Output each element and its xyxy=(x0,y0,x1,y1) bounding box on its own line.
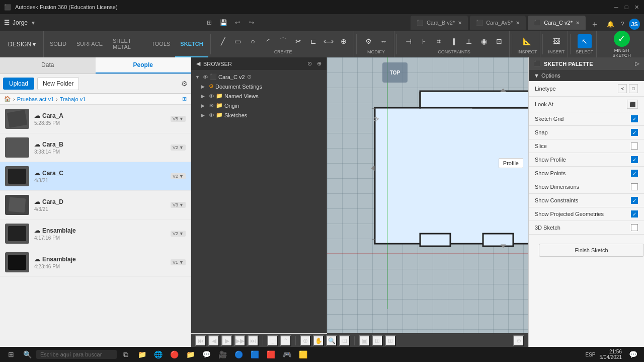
file-item-cara-a[interactable]: ☁ Cara_A 5:28:35 PM V5 ▼ xyxy=(0,105,191,133)
constraint-btn-7[interactable]: ⊡ xyxy=(492,34,506,48)
slice-checkbox[interactable] xyxy=(631,142,638,150)
tab-close-cara-b[interactable]: ✕ xyxy=(458,20,462,26)
tab-cara-av5[interactable]: ⬛ Cara_Av5* ✕ xyxy=(470,16,526,30)
upload-button[interactable]: Upload xyxy=(3,78,34,90)
taskbar-app-9[interactable]: 🟥 xyxy=(264,347,278,361)
user-name[interactable]: Jorge xyxy=(13,19,28,26)
minimize-button[interactable]: ─ xyxy=(613,4,620,11)
file-version-cara-c[interactable]: V2 ▼ xyxy=(171,173,186,179)
tab-close-cara-c[interactable]: ✕ xyxy=(576,20,580,26)
trim-tool-button[interactable]: ✂ xyxy=(291,34,305,48)
taskbar-app-8[interactable]: 🟦 xyxy=(248,347,262,361)
sketch-tab-active[interactable]: SKETCH xyxy=(175,31,208,57)
maximize-button[interactable]: □ xyxy=(623,4,630,11)
display-btn-1[interactable]: ▣ xyxy=(359,335,370,346)
finish-sketch-palette-button[interactable]: Finish Sketch xyxy=(539,244,644,257)
browser-pin-icon[interactable]: ⊕ xyxy=(317,60,321,67)
constraint-btn-4[interactable]: ∥ xyxy=(447,34,461,48)
create-more-button[interactable]: ⊕ xyxy=(337,34,351,48)
select-mode-button[interactable]: ⬚ xyxy=(267,335,278,346)
tree-document-settings[interactable]: ▶ ⚙ Document Settings xyxy=(193,82,325,91)
tools-tab[interactable]: TOOLS xyxy=(146,31,175,57)
user-dropdown-icon[interactable]: ▼ xyxy=(31,20,36,26)
show-points-checkbox[interactable]: ✓ xyxy=(631,170,638,177)
file-item-ensamblaje-2[interactable]: ☁ Ensamblaje 4:23:46 PM V1 ▼ xyxy=(0,248,191,277)
modify-btn-1[interactable]: ⚙ xyxy=(362,34,376,48)
modify-btn-2[interactable]: ↔ xyxy=(377,34,391,48)
tree-named-views[interactable]: ▶ 👁 📁 Named Views xyxy=(193,91,325,101)
play-start-button[interactable]: ⏮ xyxy=(195,335,206,346)
breadcrumb-path2[interactable]: Trabajo v1 xyxy=(60,96,86,102)
snap-checkbox[interactable]: ✓ xyxy=(631,129,638,136)
linetype-btn-1[interactable]: ≺ xyxy=(618,84,627,93)
browser-collapse-icon[interactable]: ◀ xyxy=(196,60,200,67)
3d-sketch-checkbox[interactable] xyxy=(631,224,638,231)
view-cube[interactable]: TOP xyxy=(382,62,408,83)
tree-root-pin[interactable]: ⊙ xyxy=(247,74,252,80)
taskbar-app-7[interactable]: 🔵 xyxy=(231,347,246,361)
taskbar-app-3[interactable]: 🔴 xyxy=(167,347,181,361)
nav-pan-button[interactable]: ✋ xyxy=(313,335,324,346)
constraint-btn-5[interactable]: ⊥ xyxy=(462,34,476,48)
add-tab-button[interactable]: ＋ xyxy=(588,19,602,30)
options-section[interactable]: ▼ Options xyxy=(529,70,644,81)
grid-icon[interactable]: ⊞ xyxy=(204,17,215,28)
palette-expand-icon[interactable]: ▷ xyxy=(635,60,639,67)
tree-root[interactable]: ▼ 👁 ⬛ Cara_C v2 ⊙ xyxy=(193,72,325,82)
tree-origin[interactable]: ▶ 👁 📁 Origin xyxy=(193,101,325,110)
undo-icon[interactable]: ↩ xyxy=(232,17,243,28)
tab-cara-c[interactable]: ⬛ Cara_C v2* ✕ xyxy=(528,16,586,30)
solid-tab[interactable]: SOLID xyxy=(45,31,71,57)
file-item-cara-b[interactable]: ☁ Cara_B 3:38:14 PM V2 ▼ xyxy=(0,133,191,162)
file-version-ensamblaje-2[interactable]: V1 ▼ xyxy=(171,259,186,265)
arc-tool-button[interactable]: ◜ xyxy=(261,34,275,48)
show-projected-checkbox[interactable]: ✓ xyxy=(631,210,638,218)
redo-icon[interactable]: ↪ xyxy=(246,17,257,28)
nav-zoom-button[interactable]: 🔍 xyxy=(326,335,337,346)
file-item-cara-d[interactable]: ☁ Cara_D 4/3/21 V3 ▼ xyxy=(0,191,191,220)
display-btn-2[interactable]: ⊞ xyxy=(372,335,383,346)
file-version-cara-a[interactable]: V5 ▼ xyxy=(171,116,186,122)
constraint-btn-1[interactable]: ⊣ xyxy=(401,34,416,48)
cursor-mode-button[interactable]: ⌃ xyxy=(280,335,291,346)
file-version-cara-d[interactable]: V3 ▼ xyxy=(171,202,186,208)
taskview-icon[interactable]: ⧉ xyxy=(119,347,133,361)
tree-vis-icon-orig[interactable]: 👁 xyxy=(209,103,214,109)
linetype-btn-2[interactable]: □ xyxy=(629,84,638,93)
data-tab[interactable]: Data xyxy=(0,57,96,74)
taskbar-app-10[interactable]: 🎮 xyxy=(280,347,294,361)
breadcrumb-path1[interactable]: Pruebas act v1 xyxy=(17,96,54,102)
tab-cara-b[interactable]: ⬛ Cara_B v2* ✕ xyxy=(411,16,468,30)
insert-image-btn[interactable]: 🖼 xyxy=(549,34,564,48)
sketch-grid-checkbox[interactable]: ✓ xyxy=(631,115,638,122)
breadcrumb-settings-icon[interactable]: ⊞ xyxy=(182,96,187,102)
user-label[interactable]: ☰ xyxy=(4,19,10,26)
search-taskbar-icon[interactable]: 🔍 xyxy=(20,347,34,361)
look-at-btn[interactable]: ⬛ xyxy=(627,100,638,109)
new-folder-button[interactable]: New Folder xyxy=(37,77,79,90)
show-constraints-checkbox[interactable]: ✓ xyxy=(631,197,638,204)
breadcrumb-home-icon[interactable]: 🏠 xyxy=(4,96,11,102)
constraint-btn-2[interactable]: ⊦ xyxy=(417,34,431,48)
settings-button[interactable]: ⚙ xyxy=(513,335,524,346)
close-button[interactable]: ✕ xyxy=(633,4,640,11)
tree-vis-icon-sk[interactable]: 👁 xyxy=(209,112,214,118)
sheet-metal-tab[interactable]: SHEET METAL xyxy=(108,31,146,57)
tree-sketches[interactable]: ▶ 👁 📁 Sketches xyxy=(193,110,325,120)
browser-settings-icon[interactable]: ⊙ xyxy=(307,60,312,67)
play-end-button[interactable]: ⏭ xyxy=(248,335,259,346)
windows-start-icon[interactable]: ⊞ xyxy=(4,347,18,361)
show-profile-checkbox[interactable]: ✓ xyxy=(631,156,638,163)
taskbar-app-6[interactable]: 🎥 xyxy=(215,347,229,361)
rect-tool-button[interactable]: ▭ xyxy=(231,34,245,48)
notification-center-icon[interactable]: 💬 xyxy=(626,347,640,361)
surface-tab[interactable]: SURFACE xyxy=(71,31,108,57)
play-next-button[interactable]: ▶▶ xyxy=(234,335,246,346)
help-icon[interactable]: ? xyxy=(617,19,628,30)
zoom-fit-button[interactable]: ⊡ xyxy=(339,335,350,346)
tree-vis-icon-nv[interactable]: 👁 xyxy=(209,93,214,99)
tab-close-cara-av5[interactable]: ✕ xyxy=(516,20,520,26)
play-button[interactable]: ▶ xyxy=(221,335,232,346)
line-tool-button[interactable]: ╱ xyxy=(216,34,230,48)
taskbar-app-11[interactable]: 🟨 xyxy=(296,347,310,361)
